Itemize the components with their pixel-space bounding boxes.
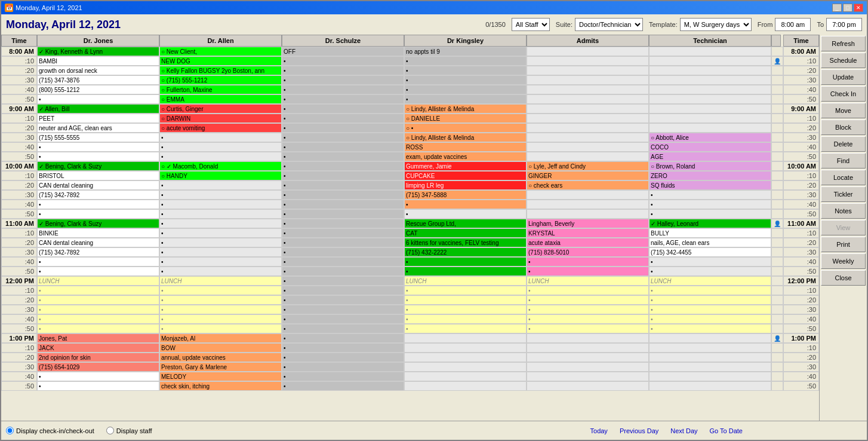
jones-830[interactable]: (715) 347-3876 bbox=[37, 75, 159, 85]
tech-1210[interactable]: • bbox=[649, 286, 771, 295]
admits-920[interactable] bbox=[527, 123, 649, 133]
tech-1200[interactable]: LUNCH bbox=[649, 276, 771, 286]
schulze-1100[interactable]: • bbox=[282, 219, 404, 228]
schulze-1030[interactable]: • bbox=[282, 190, 404, 200]
update-button[interactable]: Update bbox=[821, 69, 866, 85]
kingsley-910[interactable]: ○ DANIELLE bbox=[404, 114, 527, 123]
schulze-1220[interactable]: • bbox=[282, 295, 404, 305]
schulze-1350[interactable]: • bbox=[282, 381, 404, 391]
tech-840[interactable] bbox=[649, 85, 771, 94]
tech-1050[interactable]: • bbox=[649, 209, 771, 219]
jones-950[interactable]: • bbox=[37, 152, 159, 161]
locate-button[interactable]: Locate bbox=[821, 170, 866, 185]
allen-1350[interactable]: check skin, itching bbox=[159, 381, 282, 391]
weekly-button[interactable]: Weekly bbox=[821, 253, 866, 269]
allen-950[interactable]: • bbox=[159, 152, 282, 161]
jones-1040[interactable]: • bbox=[37, 200, 159, 209]
jones-840[interactable]: (800) 555-1212 bbox=[37, 85, 159, 94]
kingsley-1100[interactable]: Rescue Group Ltd, bbox=[404, 219, 527, 228]
schulze-820[interactable]: • bbox=[282, 66, 404, 75]
jones-1310[interactable]: JACK bbox=[37, 343, 159, 353]
find-button[interactable]: Find bbox=[821, 153, 866, 169]
tech-1250[interactable]: • bbox=[649, 324, 771, 333]
kingsley-1000[interactable]: Gummere, Jamie bbox=[404, 161, 527, 171]
allen-810[interactable]: NEW DOG bbox=[159, 56, 282, 66]
admits-1300[interactable] bbox=[527, 333, 649, 343]
tech-910[interactable] bbox=[649, 114, 771, 123]
jones-930[interactable]: (715) 555-5555 bbox=[37, 133, 159, 142]
schulze-940[interactable]: • bbox=[282, 142, 404, 152]
schulze-1240[interactable]: • bbox=[282, 314, 404, 324]
jones-1250[interactable]: • bbox=[37, 324, 159, 333]
allen-1250[interactable]: • bbox=[159, 324, 282, 333]
tech-1110[interactable]: BULLY bbox=[649, 228, 771, 238]
jones-1350[interactable]: • bbox=[37, 381, 159, 391]
schulze-1200[interactable]: • bbox=[282, 276, 404, 286]
from-time-input[interactable] bbox=[775, 18, 811, 31]
goto-date-link[interactable]: Go To Date bbox=[710, 427, 743, 434]
tech-1150[interactable]: • bbox=[649, 267, 771, 276]
admits-1320[interactable] bbox=[527, 353, 649, 362]
schulze-1340[interactable]: • bbox=[282, 372, 404, 381]
allen-1230[interactable]: • bbox=[159, 305, 282, 314]
kingsley-1110[interactable]: CAT bbox=[404, 228, 527, 238]
kingsley-1220[interactable]: • bbox=[404, 295, 527, 305]
schulze-850[interactable]: • bbox=[282, 94, 404, 104]
kingsley-1040[interactable]: • bbox=[404, 200, 527, 209]
schulze-1050[interactable]: • bbox=[282, 209, 404, 219]
schulze-1150[interactable]: • bbox=[282, 267, 404, 276]
kingsley-1150[interactable]: • bbox=[404, 267, 527, 276]
to-time-input[interactable] bbox=[826, 18, 862, 31]
schulze-1230[interactable]: • bbox=[282, 305, 404, 314]
schulze-1110[interactable]: • bbox=[282, 228, 404, 238]
prev-day-link[interactable]: Previous Day bbox=[620, 427, 658, 434]
schulze-920[interactable]: • bbox=[282, 123, 404, 133]
kingsley-820[interactable]: • bbox=[404, 66, 527, 75]
jones-1320[interactable]: 2nd opinion for skin bbox=[37, 353, 159, 362]
admits-1240[interactable]: • bbox=[527, 314, 649, 324]
next-day-link[interactable]: Next Day bbox=[670, 427, 697, 434]
schulze-800[interactable]: OFF bbox=[282, 47, 404, 56]
admits-1000[interactable]: ○ Lyle, Jeff and Cindy bbox=[527, 161, 649, 171]
jones-1100[interactable]: ✓ Bening, Clark & Suzy bbox=[37, 219, 159, 228]
minimize-button[interactable]: _ bbox=[832, 4, 842, 12]
admits-1220[interactable]: • bbox=[527, 295, 649, 305]
allen-1130[interactable]: • bbox=[159, 247, 282, 257]
admits-850[interactable] bbox=[527, 94, 649, 104]
close-window-button[interactable]: ✕ bbox=[854, 4, 863, 12]
tech-1140[interactable]: • bbox=[649, 257, 771, 267]
allen-850[interactable]: ○ EMMA bbox=[159, 94, 282, 104]
allen-820[interactable]: ○ Kelly Fallon BUGSY 2yo Boston, ann bbox=[159, 66, 282, 75]
refresh-button[interactable]: Refresh bbox=[821, 36, 866, 51]
tech-1310[interactable] bbox=[649, 343, 771, 353]
jones-1010[interactable]: BRISTOL bbox=[37, 171, 159, 180]
admits-840[interactable] bbox=[527, 85, 649, 94]
allen-840[interactable]: ○ Fullerton, Maxine bbox=[159, 85, 282, 94]
admits-1020[interactable]: ○ check ears bbox=[527, 180, 649, 190]
allen-1310[interactable]: BOW bbox=[159, 343, 282, 353]
tech-1220[interactable]: • bbox=[649, 295, 771, 305]
delete-button[interactable]: Delete bbox=[821, 136, 866, 152]
admits-950[interactable] bbox=[527, 152, 649, 161]
allen-1030[interactable]: • bbox=[159, 190, 282, 200]
jones-1230[interactable]: • bbox=[37, 305, 159, 314]
admits-1150[interactable]: • bbox=[527, 267, 649, 276]
admits-810[interactable] bbox=[527, 56, 649, 66]
tech-1020[interactable]: SQ fluids bbox=[649, 180, 771, 190]
allen-1210[interactable]: • bbox=[159, 286, 282, 295]
tech-920[interactable] bbox=[649, 123, 771, 133]
jones-1300[interactable]: Jones, Pat bbox=[37, 333, 159, 343]
tech-1130[interactable]: (715) 342-4455 bbox=[649, 247, 771, 257]
allen-1300[interactable]: Monjazeb, Al bbox=[159, 333, 282, 343]
kingsley-1240[interactable]: • bbox=[404, 314, 527, 324]
allen-920[interactable]: ○ acute vomiting bbox=[159, 123, 282, 133]
admits-1200[interactable]: LUNCH bbox=[527, 276, 649, 286]
kingsley-940[interactable]: ROSS bbox=[404, 142, 527, 152]
schulze-1040[interactable]: • bbox=[282, 200, 404, 209]
kingsley-1210[interactable]: • bbox=[404, 286, 527, 295]
schulze-1010[interactable]: • bbox=[282, 171, 404, 180]
allen-910[interactable]: ○ DARWIN bbox=[159, 114, 282, 123]
schulze-930[interactable]: • bbox=[282, 133, 404, 142]
template-select[interactable]: M, W Surgery days bbox=[680, 18, 752, 31]
staff-select[interactable]: All Staff bbox=[512, 18, 550, 31]
